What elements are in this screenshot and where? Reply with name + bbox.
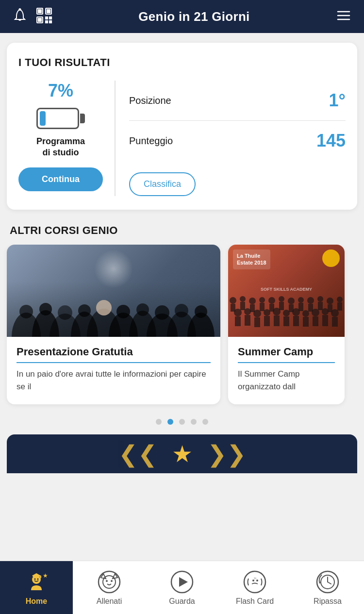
svg-rect-53 xyxy=(322,315,328,326)
courses-section-title: ALTRI CORSI GENIO xyxy=(0,219,364,245)
header-right-icons xyxy=(335,7,352,26)
dot-2[interactable] xyxy=(167,419,173,425)
home-icon: ★ xyxy=(24,570,49,594)
results-body: 7% Programmadi studio Continua Posizione… xyxy=(18,81,346,196)
svg-point-74 xyxy=(317,296,323,302)
svg-point-62 xyxy=(259,297,265,303)
svg-point-30 xyxy=(136,303,149,316)
svg-rect-6 xyxy=(38,18,41,21)
svg-text:★: ★ xyxy=(43,572,48,579)
course-desc-2: Il Summer Camp organizzato dall xyxy=(238,368,335,393)
classifica-button[interactable]: Classifica xyxy=(129,172,196,196)
svg-point-48 xyxy=(302,310,309,317)
svg-point-56 xyxy=(230,297,236,304)
svg-rect-67 xyxy=(279,302,284,310)
svg-point-52 xyxy=(322,308,329,315)
svg-rect-39 xyxy=(254,317,260,327)
continua-button[interactable]: Continua xyxy=(18,167,103,191)
nav-ripassa-label: Ripassa xyxy=(314,597,342,606)
punteggio-value: 145 xyxy=(316,131,346,151)
svg-point-72 xyxy=(307,297,314,304)
nav-home[interactable]: ★ Home xyxy=(0,561,73,614)
nav-ripassa[interactable]: Ripassa xyxy=(291,561,364,614)
svg-point-70 xyxy=(298,297,304,303)
svg-rect-8 xyxy=(50,17,51,19)
bell-icon[interactable] xyxy=(12,7,28,26)
svg-rect-73 xyxy=(308,304,313,312)
dot-3[interactable] xyxy=(179,419,185,425)
posizione-row: Posizione 1° xyxy=(129,81,346,121)
nav-guarda-label: Guarda xyxy=(169,597,195,606)
svg-rect-61 xyxy=(250,304,255,312)
punteggio-row: Punteggio 145 xyxy=(129,121,346,161)
svg-rect-79 xyxy=(337,302,342,311)
program-label: Programmadi studio xyxy=(36,136,85,159)
course-content-2: Summer Camp Il Summer Camp organizzato d… xyxy=(228,337,345,404)
svg-rect-2 xyxy=(38,10,41,13)
ripassa-icon xyxy=(315,570,340,594)
svg-rect-4 xyxy=(47,10,50,13)
svg-rect-69 xyxy=(289,304,294,312)
svg-point-98 xyxy=(256,580,258,581)
nav-allenati-label: Allenati xyxy=(97,597,122,606)
svg-point-60 xyxy=(249,298,256,304)
bottom-banner: ❮❮ ★ ❯❯ xyxy=(7,434,357,473)
course-content-1: Presentazione Gratutia In un paio d'ore … xyxy=(7,337,220,404)
nav-guarda[interactable]: Guarda xyxy=(146,561,218,614)
svg-point-58 xyxy=(240,296,246,302)
course-name-2: Summer Camp xyxy=(238,346,335,363)
svg-rect-45 xyxy=(283,316,289,326)
punteggio-label: Punteggio xyxy=(129,135,173,147)
svg-text:SOFT SKILLS ACADEMY: SOFT SKILLS ACADEMY xyxy=(261,287,312,292)
course-card-2[interactable]: La ThuileEstate 2018 xyxy=(228,245,345,404)
svg-point-33 xyxy=(195,305,207,318)
course-desc-1: In un paio d'ore avrai tutte le informaz… xyxy=(17,368,211,393)
bottom-navigation: ★ Home Allenati Guarda xyxy=(0,561,364,614)
svg-point-29 xyxy=(116,305,130,318)
svg-point-76 xyxy=(327,298,333,304)
menu-icon[interactable] xyxy=(335,7,352,26)
dot-5[interactable] xyxy=(202,419,208,425)
svg-point-91 xyxy=(111,580,113,582)
left-wing-icon: ❮❮ xyxy=(118,440,157,467)
battery-icon xyxy=(36,108,85,129)
results-title: I TUOI RISULTATI xyxy=(18,56,346,69)
svg-point-31 xyxy=(155,305,169,320)
svg-point-26 xyxy=(58,305,72,320)
svg-point-68 xyxy=(288,298,295,304)
course-image-1 xyxy=(7,245,220,337)
svg-rect-63 xyxy=(260,303,265,311)
nav-flashcard[interactable]: ?! Flash Card xyxy=(218,561,291,614)
course-card-1[interactable]: Presentazione Gratutia In un paio d'ore … xyxy=(7,245,220,404)
header-left-icons xyxy=(12,6,53,27)
svg-rect-10 xyxy=(50,21,51,23)
svg-point-85 xyxy=(34,578,36,580)
results-right-panel: Posizione 1° Punteggio 145 Classifica xyxy=(116,81,346,196)
courses-scroll: Presentazione Gratutia In un paio d'ore … xyxy=(0,245,364,414)
nav-home-label: Home xyxy=(26,597,47,606)
svg-rect-41 xyxy=(264,316,270,326)
svg-line-103 xyxy=(328,582,331,584)
svg-rect-71 xyxy=(298,303,303,311)
svg-point-44 xyxy=(283,310,290,316)
svg-rect-75 xyxy=(318,302,323,310)
percentage-value: 7% xyxy=(48,81,73,101)
svg-rect-7 xyxy=(46,17,48,19)
svg-rect-59 xyxy=(240,302,245,310)
banner-decoration: ❮❮ ★ ❯❯ xyxy=(118,440,246,467)
posizione-label: Posizione xyxy=(129,95,171,106)
results-left-panel: 7% Programmadi studio Continua xyxy=(18,81,116,196)
svg-rect-51 xyxy=(313,316,318,326)
svg-point-25 xyxy=(39,303,52,315)
svg-marker-95 xyxy=(179,577,188,587)
guarda-icon xyxy=(170,570,194,594)
qr-icon[interactable] xyxy=(35,6,53,27)
star-icon: ★ xyxy=(172,440,193,467)
dot-1[interactable] xyxy=(156,419,162,425)
nav-allenati[interactable]: Allenati xyxy=(73,561,146,614)
dot-4[interactable] xyxy=(191,419,197,425)
posizione-value: 1° xyxy=(329,90,346,111)
svg-rect-65 xyxy=(269,304,274,312)
results-card: I TUOI RISULTATI 7% Programmadi studio C… xyxy=(7,43,357,210)
flashcard-icon: ?! xyxy=(243,570,267,594)
